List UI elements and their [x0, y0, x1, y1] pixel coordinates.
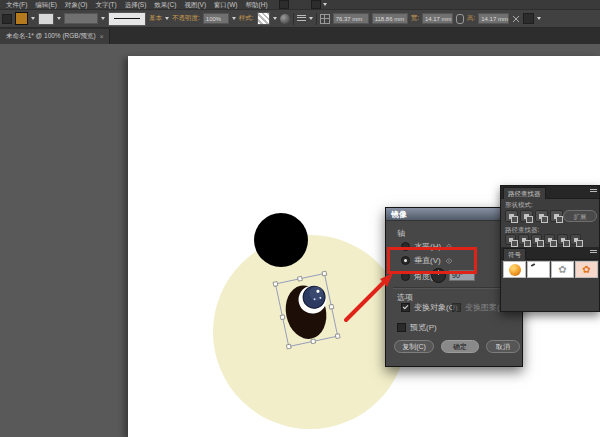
checkbox-preview[interactable]: 预览(P): [397, 322, 437, 333]
menu-help[interactable]: 帮助(H): [243, 0, 271, 10]
tab-pathfinder[interactable]: 路径查找器: [503, 187, 546, 199]
menu-select[interactable]: 选择(S): [122, 0, 150, 10]
reference-point-icon[interactable]: [320, 14, 330, 24]
chevron-down-icon[interactable]: [57, 17, 61, 20]
width-field[interactable]: 14.17 mm: [422, 13, 453, 24]
close-icon[interactable]: ×: [100, 33, 104, 40]
chevron-down-icon[interactable]: [165, 17, 169, 20]
style-swatch[interactable]: [257, 12, 270, 25]
menu-type[interactable]: 文字(T): [92, 0, 119, 10]
divide-icon[interactable]: [505, 234, 516, 245]
cancel-button[interactable]: 取消: [486, 340, 520, 353]
small-mark-icon: [531, 263, 535, 267]
chevron-down-icon[interactable]: [309, 17, 313, 20]
shape-modes-label: 形状模式:: [505, 201, 533, 210]
checkbox-checked-icon: [401, 303, 410, 312]
reflect-vertical-icon: [445, 257, 453, 265]
divider: [293, 13, 294, 25]
copy-button[interactable]: 复制(C): [394, 340, 434, 353]
bridge-icon[interactable]: [279, 0, 289, 9]
style-label: 样式:: [239, 14, 254, 23]
chevron-down-icon[interactable]: [323, 3, 327, 6]
menu-file[interactable]: 文件(F): [3, 0, 30, 10]
unite-icon[interactable]: [505, 210, 518, 222]
flower-outline-icon: ✿: [558, 265, 566, 275]
checkbox-icon: [452, 303, 461, 312]
chevron-down-icon[interactable]: [232, 17, 236, 20]
document-title: 未命名-1* @ 100% (RGB/预览): [6, 32, 96, 41]
variable-width-profile-dropdown[interactable]: [108, 12, 146, 26]
menu-view[interactable]: 视图(V): [181, 0, 209, 10]
symbol-thumbnail-flower-outline[interactable]: ✿: [551, 261, 574, 278]
recolor-artwork-icon[interactable]: [280, 14, 290, 24]
expand-button[interactable]: 扩展: [563, 210, 597, 222]
height-field[interactable]: 14.17 mm: [478, 13, 509, 24]
ok-button[interactable]: 确定: [441, 340, 479, 353]
link-dimensions-icon[interactable]: [456, 14, 464, 24]
merge-icon[interactable]: [531, 234, 542, 245]
menu-bar: 文件(F) 编辑(E) 对象(O) 文字(T) 选择(S) 效果(C) 视图(V…: [0, 0, 600, 10]
crop-icon[interactable]: [544, 234, 555, 245]
selected-eye-object[interactable]: [272, 270, 352, 358]
stroke-line-icon: [114, 18, 140, 19]
divider: [316, 13, 317, 25]
selection-indicator-icon: [2, 14, 12, 24]
x-position-field[interactable]: 76.37 mm: [333, 13, 369, 24]
divider: [393, 287, 515, 289]
stroke-color-swatch[interactable]: [38, 13, 54, 25]
axis-section-label: 轴: [397, 228, 405, 239]
trim-icon[interactable]: [518, 234, 529, 245]
document-tab-bar: 未命名-1* @ 100% (RGB/预览) ×: [0, 28, 600, 45]
chevron-down-icon[interactable]: [101, 17, 105, 20]
fill-color-swatch[interactable]: [15, 12, 28, 25]
menu-window[interactable]: 窗口(W): [211, 0, 240, 10]
stroke-weight-dropdown[interactable]: [64, 13, 98, 24]
exclude-icon[interactable]: [550, 210, 563, 222]
panel-menu-icon[interactable]: [590, 250, 597, 255]
orange-ball-icon: [509, 264, 521, 276]
pathfinder-tab-bar: 路径查找器: [501, 186, 599, 199]
radio-vertical[interactable]: 垂直(V): [401, 255, 453, 266]
chevron-down-icon[interactable]: [273, 17, 277, 20]
symbol-thumbnail-orange-ball[interactable]: [503, 261, 526, 278]
document-tab[interactable]: 未命名-1* @ 100% (RGB/预览) ×: [0, 29, 110, 44]
checkbox-transform-pattern[interactable]: 变换图案(T): [452, 302, 507, 313]
intersect-icon[interactable]: [535, 210, 548, 222]
symbols-tab-bar: 符号: [501, 247, 599, 260]
outline-icon[interactable]: [557, 234, 568, 245]
chevron-down-icon[interactable]: [537, 17, 541, 20]
control-bar: 基本 不透明度: 100% 样式: 76.37 mm 118.86 mm 宽: …: [0, 10, 600, 28]
menu-effect[interactable]: 效果(C): [151, 0, 179, 10]
symbol-thumbnail-blank[interactable]: [527, 261, 550, 278]
chevron-down-icon[interactable]: [31, 17, 35, 20]
illustrator-window: 文件(F) 编辑(E) 对象(O) 文字(T) 选择(S) 效果(C) 视图(V…: [0, 0, 600, 437]
more-options-icon[interactable]: [523, 13, 534, 24]
menu-object[interactable]: 对象(O): [62, 0, 90, 10]
radio-icon-selected: [401, 256, 410, 265]
align-icon[interactable]: [297, 15, 306, 22]
arrange-documents-icon[interactable]: [311, 0, 321, 9]
minus-back-icon[interactable]: [570, 234, 581, 245]
checkbox-icon: [397, 323, 406, 332]
minus-front-icon[interactable]: [520, 210, 533, 222]
tab-symbols[interactable]: 符号: [503, 248, 526, 260]
shear-icon[interactable]: [512, 15, 520, 23]
orange-flower-icon: ✿: [582, 265, 590, 275]
width-label: 宽:: [411, 14, 419, 23]
opacity-label: 不透明度:: [172, 14, 200, 23]
menu-edit[interactable]: 编辑(E): [32, 0, 60, 10]
checkbox-transform-object[interactable]: 变换对象(O): [401, 302, 458, 313]
y-position-field[interactable]: 118.86 mm: [372, 13, 408, 24]
panel-group: 路径查找器 形状模式: 扩展 路径查找器: 符号 ✿ ✿: [500, 185, 600, 312]
symbol-thumbnail-orange-flower[interactable]: ✿: [575, 261, 598, 278]
brush-definition-label: 基本: [149, 14, 162, 23]
black-circle-shape[interactable]: [254, 213, 308, 267]
height-label: 高:: [467, 14, 475, 23]
panel-menu-icon[interactable]: [590, 189, 597, 194]
opacity-value-field[interactable]: 100%: [203, 13, 229, 24]
